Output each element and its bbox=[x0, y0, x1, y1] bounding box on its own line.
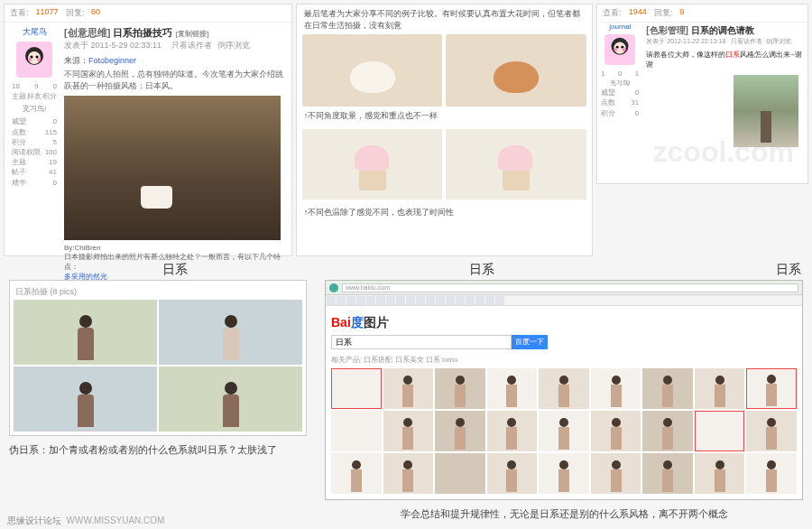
label-2: 日系 bbox=[469, 262, 494, 278]
post-intro: 不同国家的人拍照，总有独特的味道。今次笔者为大家介绍跳跃甚的一种拍摄风格：日本风… bbox=[64, 69, 284, 92]
views-label: 查看: bbox=[10, 7, 29, 19]
username[interactable]: 大尾鸟 bbox=[8, 26, 60, 38]
gallery-image[interactable] bbox=[14, 367, 157, 432]
result-image[interactable] bbox=[695, 453, 745, 494]
baidu-logo[interactable]: Bai度图片 bbox=[331, 315, 797, 331]
food-photo-1[interactable] bbox=[302, 34, 443, 107]
image-results-grid bbox=[331, 368, 797, 494]
result-image[interactable] bbox=[539, 453, 589, 494]
caption-2: ↑不同色温除了感觉不同，也表现了时间性 bbox=[297, 203, 593, 222]
result-image[interactable] bbox=[539, 368, 589, 409]
browser-icon bbox=[329, 283, 338, 292]
result-image[interactable] bbox=[487, 368, 538, 409]
browser-tab-bar: www.baidu.com bbox=[326, 281, 802, 295]
post-date: 2012-11-22 22:13:18 bbox=[667, 38, 725, 44]
post-date-prefix: 发表于 bbox=[64, 41, 88, 50]
post-content: [创意思维] 日系拍摄技巧 [复制链接] 发表于 2011-5-29 02:33… bbox=[60, 26, 288, 282]
result-image[interactable] bbox=[331, 368, 382, 409]
avatar[interactable] bbox=[604, 34, 635, 65]
post-title[interactable]: 日系拍摄技巧 bbox=[113, 27, 172, 38]
svg-point-9 bbox=[622, 46, 624, 49]
svg-point-3 bbox=[36, 56, 39, 59]
result-image[interactable] bbox=[383, 453, 434, 494]
replies-count: 60 bbox=[91, 7, 100, 19]
sample-photo[interactable] bbox=[734, 75, 798, 147]
result-image[interactable] bbox=[695, 368, 745, 409]
intro-text: 最后笔者为大家分享不同的例子比较。有时候要认真布置大花时间，但笔者都在日常生活拍… bbox=[297, 5, 593, 34]
replies-count: 9 bbox=[679, 7, 684, 19]
result-image[interactable] bbox=[331, 411, 382, 451]
result-image[interactable] bbox=[383, 368, 434, 409]
source-link[interactable]: Fotobeginner bbox=[88, 56, 136, 65]
reverse-link[interactable]: 倒序浏览 bbox=[217, 41, 250, 50]
svg-point-2 bbox=[31, 56, 33, 59]
result-image[interactable] bbox=[487, 453, 538, 494]
cupcake-photo-1[interactable] bbox=[302, 129, 443, 200]
user-stats: 1890 主题好友积分 bbox=[8, 81, 60, 101]
result-image[interactable] bbox=[746, 453, 797, 494]
filter-row[interactable]: 相关产品: 日系搭配 日系美女 日系 lomo bbox=[331, 355, 797, 365]
copy-link[interactable]: [复制链接] bbox=[175, 30, 208, 38]
gallery-panel: 日系拍摄 (8 pics) 伪日系：加个青或者粉或者别的什么色系就叫日系？太肤浅… bbox=[9, 280, 307, 521]
result-image[interactable] bbox=[642, 368, 693, 409]
search-button[interactable]: 百度一下 bbox=[512, 335, 548, 349]
result-image[interactable] bbox=[591, 411, 641, 451]
title-tag[interactable]: [创意思维] bbox=[64, 27, 110, 38]
post-date: 2011-5-29 02:33:11 bbox=[91, 41, 162, 50]
browser-panel: www.baidu.com Bai度图片 百度一下 相关产品: 日系搭配 日系美… bbox=[325, 280, 803, 521]
browser-toolbar bbox=[326, 295, 802, 306]
post-stats-header: 查看: 11077 回复: 60 bbox=[5, 5, 291, 23]
gallery-caption: 伪日系：加个青或者粉或者别的什么色系就叫日系？太肤浅了 bbox=[9, 443, 307, 457]
svg-point-7 bbox=[614, 42, 626, 54]
forum-post-3: 查看: 1944 回复: 9 journal 101 充习鸟! 威望0 点数31… bbox=[596, 4, 808, 184]
username[interactable]: journal bbox=[597, 23, 642, 31]
forum-post-1: 查看: 11077 回复: 60 大尾鸟 1890 主题好友积分 充习鸟! 威望… bbox=[4, 4, 292, 256]
gallery-image[interactable] bbox=[14, 300, 157, 365]
gallery-image[interactable] bbox=[159, 367, 302, 432]
result-image[interactable] bbox=[435, 411, 485, 451]
result-image[interactable] bbox=[695, 411, 745, 451]
gallery-title: 日系拍摄 (8 pics) bbox=[14, 284, 302, 300]
page-footer: 思缘设计论坛 WWW.MISSYUAN.COM bbox=[7, 515, 164, 527]
replies-label: 回复: bbox=[66, 7, 85, 19]
result-image[interactable] bbox=[642, 411, 693, 451]
svg-point-5 bbox=[37, 58, 41, 61]
title-tag[interactable]: [色彩管理] bbox=[646, 25, 688, 35]
result-image[interactable] bbox=[746, 368, 797, 409]
gallery-image[interactable] bbox=[159, 300, 302, 365]
address-bar[interactable]: www.baidu.com bbox=[342, 283, 798, 292]
result-image[interactable] bbox=[539, 411, 589, 451]
result-image[interactable] bbox=[383, 411, 434, 451]
user-level: 充习鸟! bbox=[8, 104, 60, 114]
views-count: 11077 bbox=[36, 7, 59, 19]
browser-caption: 学会总结和提升规律性，无论是日系还是别的什么系风格，离不开两个概念 bbox=[325, 507, 803, 521]
result-image[interactable] bbox=[435, 453, 485, 494]
forum-post-2: 最后笔者为大家分享不同的例子比较。有时候要认真布置大花时间，但笔者都在日常生活拍… bbox=[296, 4, 594, 256]
svg-point-11 bbox=[623, 48, 626, 51]
source-label: 来源： bbox=[64, 56, 88, 65]
avatar[interactable] bbox=[16, 42, 52, 78]
label-1: 日系 bbox=[162, 262, 188, 278]
post-title[interactable]: 日系的调色请教 bbox=[691, 25, 754, 35]
svg-point-10 bbox=[614, 48, 618, 51]
views-count: 1944 bbox=[629, 7, 647, 19]
result-image[interactable] bbox=[591, 368, 641, 409]
result-image[interactable] bbox=[435, 368, 485, 409]
caption-1: ↑不同角度取景，感觉和重点也不一样 bbox=[297, 107, 593, 125]
only-author-link[interactable]: 只看该作者 bbox=[171, 41, 212, 50]
toolbar-button[interactable] bbox=[327, 296, 336, 305]
by-line: By:ChiBren bbox=[64, 244, 284, 252]
label-3: 日系 bbox=[776, 262, 801, 278]
result-image[interactable] bbox=[487, 411, 538, 451]
post-body: 请教各位大师，像这样的日系风格怎么调出来~谢谢 bbox=[646, 50, 804, 70]
search-input[interactable] bbox=[331, 335, 512, 349]
cupcake-photo-2[interactable] bbox=[446, 129, 586, 200]
svg-point-8 bbox=[616, 46, 619, 49]
result-image[interactable] bbox=[642, 453, 693, 494]
result-image[interactable] bbox=[591, 453, 641, 494]
result-image[interactable] bbox=[746, 411, 797, 451]
result-image[interactable] bbox=[331, 453, 382, 494]
coffee-photo[interactable] bbox=[64, 96, 281, 240]
user-sidebar: 大尾鸟 1890 主题好友积分 充习鸟! 威望0 点数115 积分5 阅读权限1… bbox=[8, 26, 60, 282]
food-photo-2[interactable] bbox=[446, 34, 586, 107]
